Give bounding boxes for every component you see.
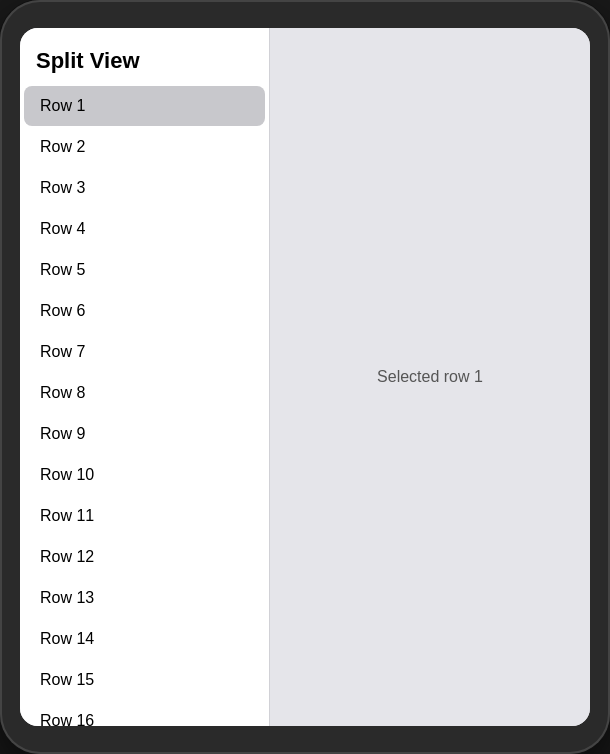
list-item[interactable]: Row 13 bbox=[24, 578, 265, 618]
list-item[interactable]: Row 6 bbox=[24, 291, 265, 331]
list-item[interactable]: Row 5 bbox=[24, 250, 265, 290]
detail-panel: Selected row 1 bbox=[270, 28, 590, 726]
list-item[interactable]: Row 4 bbox=[24, 209, 265, 249]
list-item[interactable]: Row 1 bbox=[24, 86, 265, 126]
list-panel[interactable]: Split View Row 1Row 2Row 3Row 4Row 5Row … bbox=[20, 28, 270, 726]
list-items-container[interactable]: Row 1Row 2Row 3Row 4Row 5Row 6Row 7Row 8… bbox=[20, 86, 269, 726]
list-item[interactable]: Row 15 bbox=[24, 660, 265, 700]
screen: Split View Row 1Row 2Row 3Row 4Row 5Row … bbox=[20, 28, 590, 726]
detail-text: Selected row 1 bbox=[377, 368, 483, 386]
list-item[interactable]: Row 8 bbox=[24, 373, 265, 413]
list-item[interactable]: Row 12 bbox=[24, 537, 265, 577]
list-item[interactable]: Row 10 bbox=[24, 455, 265, 495]
list-item[interactable]: Row 7 bbox=[24, 332, 265, 372]
list-item[interactable]: Row 2 bbox=[24, 127, 265, 167]
list-item[interactable]: Row 3 bbox=[24, 168, 265, 208]
list-item[interactable]: Row 11 bbox=[24, 496, 265, 536]
app-title: Split View bbox=[20, 28, 269, 86]
list-item[interactable]: Row 9 bbox=[24, 414, 265, 454]
list-item[interactable]: Row 16 bbox=[24, 701, 265, 726]
list-item[interactable]: Row 14 bbox=[24, 619, 265, 659]
device-frame: Split View Row 1Row 2Row 3Row 4Row 5Row … bbox=[0, 0, 610, 754]
